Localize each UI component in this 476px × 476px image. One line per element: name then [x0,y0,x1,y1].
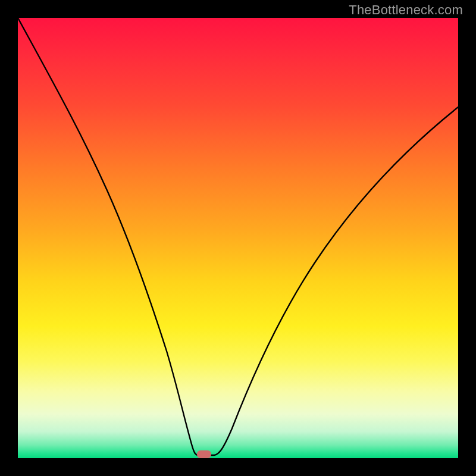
chart-frame: TheBottleneck.com [0,0,476,476]
curve-svg [18,18,458,458]
bottleneck-curve [18,18,458,455]
plot-area [18,18,458,458]
watermark-text: TheBottleneck.com [349,2,463,18]
optimal-marker [197,450,211,458]
